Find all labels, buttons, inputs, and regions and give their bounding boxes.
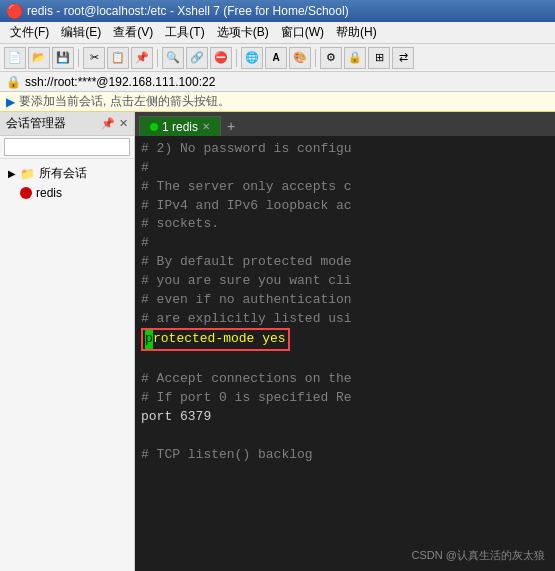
terminal-line-10: # are explicitly listed usi (141, 310, 549, 329)
watermark: CSDN @认真生活的灰太狼 (412, 548, 545, 563)
folder-icon: 📁 (20, 167, 35, 181)
terminal-line-14: # If port 0 is specified Re (141, 389, 549, 408)
menu-edit[interactable]: 编辑(E) (55, 22, 107, 43)
terminal-line-2: # (141, 159, 549, 178)
menu-tab[interactable]: 选项卡(B) (211, 22, 275, 43)
tb-new[interactable]: 📄 (4, 47, 26, 69)
tb-disconnect[interactable]: ⛔ (210, 47, 232, 69)
cmd-text: rotected-mode yes (153, 331, 286, 346)
tb-copy[interactable]: 📋 (107, 47, 129, 69)
tab-close-icon[interactable]: ✕ (202, 121, 210, 132)
terminal-line-12 (141, 351, 549, 370)
ssh-address: ssh://root:****@192.168.111.100:22 (25, 75, 215, 89)
ssh-bar: 🔒 ssh://root:****@192.168.111.100:22 (0, 72, 555, 92)
search-input[interactable] (4, 138, 130, 156)
panel-title: 会话管理器 (6, 115, 66, 132)
tb-globe[interactable]: 🌐 (241, 47, 263, 69)
tree-item-redis[interactable]: redis (0, 184, 134, 202)
session-tree: ▶ 📁 所有会话 redis (0, 159, 134, 571)
arrow-icon: ▶ (6, 95, 15, 109)
terminal-line-4: # IPv4 and IPv6 loopback ac (141, 197, 549, 216)
all-sessions-label: 所有会话 (39, 165, 87, 182)
tab-redis[interactable]: 1 redis ✕ (139, 116, 221, 136)
tb-color[interactable]: 🎨 (289, 47, 311, 69)
tree-all-sessions[interactable]: ▶ 📁 所有会话 (0, 163, 134, 184)
toolbar: 📄 📂 💾 ✂ 📋 📌 🔍 🔗 ⛔ 🌐 A 🎨 ⚙ 🔒 ⊞ ⇄ (0, 44, 555, 72)
terminal-line-15: port 6379 (141, 408, 549, 427)
panel-header: 会话管理器 📌 ✕ (0, 112, 134, 136)
tb-cut[interactable]: ✂ (83, 47, 105, 69)
terminal-line-7: # By default protected mode (141, 253, 549, 272)
terminal-line-8: # you are sure you want cli (141, 272, 549, 291)
tab-label: 1 redis (162, 120, 198, 134)
terminal-line-9: # even if no authentication (141, 291, 549, 310)
terminal-line-6: # (141, 234, 549, 253)
redis-label: redis (36, 186, 62, 200)
tb-connect[interactable]: 🔗 (186, 47, 208, 69)
notice-text: 要添加当前会话, 点击左侧的箭头按钮。 (19, 93, 230, 110)
tb-save[interactable]: 💾 (52, 47, 74, 69)
menu-file[interactable]: 文件(F) (4, 22, 55, 43)
terminal-line-3: # The server only accepts c (141, 178, 549, 197)
tab-bar: 1 redis ✕ + (135, 112, 555, 136)
terminal-line-11: protected-mode yes (141, 328, 549, 351)
tb-search[interactable]: 🔍 (162, 47, 184, 69)
search-bar (0, 136, 134, 159)
terminal-line-1: # 2) No password is configu (141, 140, 549, 159)
right-panel: 1 redis ✕ + # 2) No password is configu … (135, 112, 555, 571)
menu-tools[interactable]: 工具(T) (159, 22, 210, 43)
tb-settings[interactable]: ⚙ (320, 47, 342, 69)
terminal-line-5: # sockets. (141, 215, 549, 234)
tb-grid[interactable]: ⊞ (368, 47, 390, 69)
panel-close-icon[interactable]: ✕ (119, 117, 128, 130)
cursor-block: p (145, 330, 153, 349)
app-icon: 🔴 (6, 3, 23, 19)
title-bar: 🔴 redis - root@localhost:/etc - Xshell 7… (0, 0, 555, 22)
terminal-line-17: # TCP listen() backlog (141, 446, 549, 465)
notice-bar: ▶ 要添加当前会话, 点击左侧的箭头按钮。 (0, 92, 555, 112)
expand-icon: ▶ (8, 168, 16, 179)
redis-icon (20, 187, 32, 199)
tb-arrows[interactable]: ⇄ (392, 47, 414, 69)
terminal[interactable]: # 2) No password is configu # # The serv… (135, 136, 555, 571)
window-title: redis - root@localhost:/etc - Xshell 7 (… (27, 4, 349, 18)
tab-add-button[interactable]: + (221, 116, 241, 136)
terminal-line-16 (141, 427, 549, 446)
left-panel: 会话管理器 📌 ✕ ▶ 📁 所有会话 redis (0, 112, 135, 571)
lock-icon: 🔒 (6, 75, 21, 89)
panel-pin-icon[interactable]: 📌 (101, 117, 115, 130)
tb-font[interactable]: A (265, 47, 287, 69)
menu-window[interactable]: 窗口(W) (275, 22, 330, 43)
tb-paste[interactable]: 📌 (131, 47, 153, 69)
tab-status-dot (150, 123, 158, 131)
main-area: 会话管理器 📌 ✕ ▶ 📁 所有会话 redis 1 r (0, 112, 555, 571)
menu-bar: 文件(F) 编辑(E) 查看(V) 工具(T) 选项卡(B) 窗口(W) 帮助(… (0, 22, 555, 44)
tb-open[interactable]: 📂 (28, 47, 50, 69)
menu-help[interactable]: 帮助(H) (330, 22, 383, 43)
terminal-line-13: # Accept connections on the (141, 370, 549, 389)
menu-view[interactable]: 查看(V) (107, 22, 159, 43)
tb-lock[interactable]: 🔒 (344, 47, 366, 69)
